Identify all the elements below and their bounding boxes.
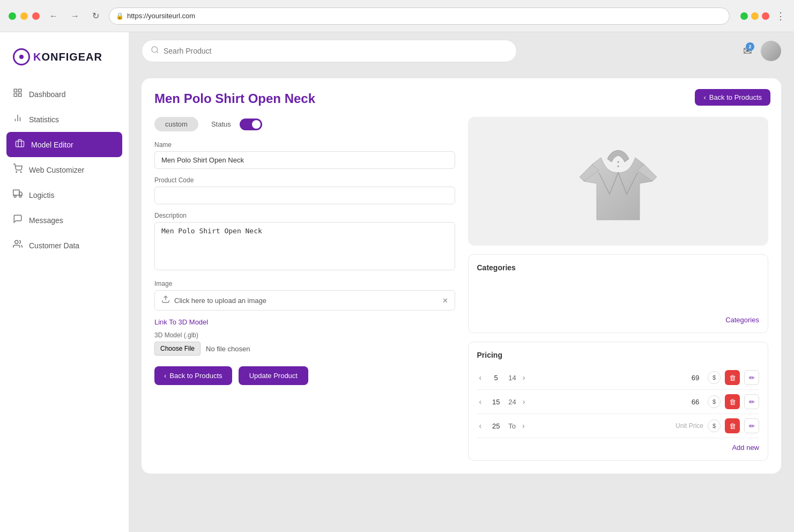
forward-nav-button[interactable]: → [68, 9, 83, 23]
maximize-button[interactable] [9, 12, 16, 20]
name-input[interactable] [154, 151, 455, 169]
pricing-row-3-chevron-left[interactable]: ‹ [477, 420, 484, 431]
image-label: Image [154, 280, 455, 287]
messages-icon [13, 214, 23, 226]
pricing-row-2-chevron-right[interactable]: › [521, 396, 528, 407]
browser-menu-icon[interactable]: ⋮ [776, 10, 785, 22]
customer-data-label: Customer Data [29, 241, 79, 250]
minimize-button[interactable] [20, 12, 28, 20]
content-card: ‹ Back to Products Men Polo Shirt Open N… [142, 78, 781, 474]
pricing-row-2: ‹ 15 24 › 66 $ 🗑 ✏ [477, 390, 760, 414]
product-code-label: Product Code [154, 176, 455, 184]
svg-point-8 [16, 172, 17, 173]
product-title: Men Polo Shirt Open Neck [154, 91, 768, 106]
svg-rect-10 [13, 190, 19, 195]
browser-window-controls [9, 12, 40, 20]
reload-button[interactable]: ↻ [89, 9, 102, 23]
pricing-row-1-edit-button[interactable]: ✏ [744, 370, 759, 385]
sidebar-item-customer-data[interactable]: Customer Data [0, 233, 129, 258]
sidebar-item-dashboard[interactable]: Dashboard [0, 82, 129, 107]
pricing-row-3-delete-button[interactable]: 🗑 [725, 418, 740, 433]
messages-label: Messages [29, 216, 63, 225]
product-code-input[interactable] [154, 187, 455, 204]
logo: KONFIGEAR [13, 48, 116, 65]
logictis-icon [13, 189, 23, 201]
pricing-row-2-from: 15 [488, 398, 504, 406]
content-scroll: ‹ Back to Products Men Polo Shirt Open N… [129, 70, 794, 532]
svg-point-15 [152, 47, 158, 53]
file-input-area: Choose File No file chosen [154, 342, 455, 356]
name-group: Name [154, 141, 455, 169]
pricing-row-2-chevron-left[interactable]: ‹ [477, 396, 484, 407]
pricing-row-1-dollar-icon: $ [708, 371, 721, 384]
categories-title: Categories [477, 263, 760, 272]
name-label: Name [154, 141, 455, 149]
product-shirt-image [575, 128, 661, 235]
update-product-button[interactable]: Update Product [239, 366, 308, 385]
svg-point-12 [14, 195, 16, 197]
customer-data-icon [13, 239, 23, 252]
notification-button[interactable]: ✉ 2 [743, 45, 752, 57]
pricing-row-1-delete-button[interactable]: 🗑 [725, 370, 740, 385]
dashboard-label: Dashboard [29, 90, 66, 99]
pricing-row-3-unit-price: Unit Price [676, 422, 703, 430]
sidebar-item-statistics[interactable]: Statistics [0, 107, 129, 132]
sidebar-item-logictis[interactable]: Logictis [0, 182, 129, 208]
choose-file-button[interactable]: Choose File [154, 342, 201, 356]
address-bar[interactable]: 🔒 https://yoursiteurl.com [109, 8, 730, 25]
no-file-text: No file chosen [206, 345, 250, 353]
categories-section: Categories Categories [468, 254, 769, 333]
image-upload-area[interactable]: Click here to upload an image ✕ [154, 290, 455, 311]
pricing-row-1-chevron-right[interactable]: › [521, 372, 528, 383]
pricing-row-2-dollar-icon: $ [708, 395, 721, 408]
dashboard-icon [13, 88, 23, 100]
svg-rect-3 [19, 94, 21, 97]
pricing-row-3-chevron-right[interactable]: › [520, 420, 527, 431]
sidebar-item-model-editor[interactable]: Model Editor [6, 132, 122, 157]
traffic-light-red [762, 12, 769, 20]
pricing-row-2-delete-button[interactable]: 🗑 [725, 394, 740, 409]
clear-image-icon[interactable]: ✕ [442, 297, 448, 305]
logo-text: KONFIGEAR [33, 51, 102, 63]
pricing-title: Pricing [477, 351, 760, 359]
url-text: https://yoursiteurl.com [127, 12, 195, 20]
sidebar-item-web-customizer[interactable]: Web Customizer [0, 157, 129, 182]
pricing-row-3-edit-button[interactable]: ✏ [744, 418, 759, 433]
pricing-row-1-price: 69 [687, 374, 703, 382]
categories-content [477, 278, 760, 300]
link-3d-model[interactable]: Link To 3D Model [154, 318, 455, 326]
right-panel: Categories Categories Pricing ‹ 5 14 [468, 117, 769, 461]
custom-tab[interactable]: custom [154, 117, 198, 131]
pricing-row-1-chevron-left[interactable]: ‹ [477, 372, 484, 383]
back-nav-button[interactable]: ← [46, 9, 61, 23]
svg-rect-0 [14, 89, 17, 92]
description-textarea[interactable]: Men Polo Shirt Open Neck [154, 222, 455, 270]
search-input[interactable] [164, 47, 508, 55]
back-to-products-bottom-button[interactable]: ‹ Back to Products [154, 366, 232, 385]
svg-rect-2 [14, 94, 17, 97]
web-customizer-icon [13, 164, 23, 176]
avatar[interactable] [761, 41, 781, 61]
status-label: Status [211, 120, 231, 128]
description-label: Description [154, 212, 455, 219]
upload-text: Click here to upload an image [174, 297, 266, 305]
status-toggle[interactable] [240, 119, 262, 130]
svg-point-19 [617, 165, 619, 167]
browser-chrome: ← → ↻ 🔒 https://yoursiteurl.com ⋮ [0, 0, 794, 32]
description-group: Description Men Polo Shirt Open Neck [154, 212, 455, 272]
product-code-group: Product Code [154, 176, 455, 204]
pricing-section: Pricing ‹ 5 14 › 69 $ 🗑 [468, 342, 769, 461]
add-new-pricing-link[interactable]: Add new [477, 444, 760, 452]
pricing-row-2-edit-button[interactable]: ✏ [744, 394, 759, 409]
ssl-lock-icon: 🔒 [116, 12, 124, 20]
model-file-group: 3D Model (.glb) Choose File No file chos… [154, 331, 455, 356]
categories-link[interactable]: Categories [477, 316, 760, 324]
close-button[interactable] [32, 12, 40, 20]
pricing-row-1: ‹ 5 14 › 69 $ 🗑 ✏ [477, 366, 760, 390]
sidebar-item-messages[interactable]: Messages [0, 208, 129, 233]
image-group: Image Click here to upload an image ✕ [154, 280, 455, 311]
notification-badge: 2 [746, 42, 754, 51]
upload-icon [161, 295, 170, 306]
back-to-products-top-button[interactable]: ‹ Back to Products [695, 89, 770, 106]
search-bar[interactable] [142, 40, 517, 62]
